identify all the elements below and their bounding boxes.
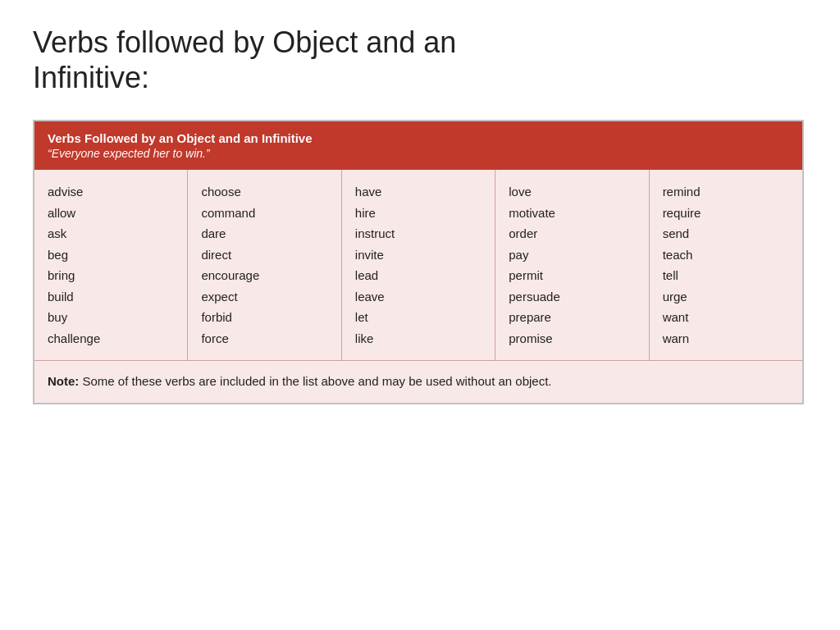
list-item: lead bbox=[355, 265, 482, 286]
list-item: build bbox=[48, 286, 174, 308]
list-item: tell bbox=[663, 265, 789, 286]
list-item: motivate bbox=[509, 203, 635, 224]
list-item: leave bbox=[355, 286, 482, 308]
list-item: urge bbox=[663, 286, 789, 308]
list-item: persuade bbox=[509, 286, 635, 308]
list-item: bring bbox=[48, 265, 174, 286]
table-col-3: lovemotivateorderpaypermitpersuadeprepar… bbox=[495, 170, 649, 360]
list-item: dare bbox=[201, 223, 327, 244]
table-col-1: choosecommanddaredirectencourageexpectfo… bbox=[188, 170, 341, 360]
table-header: Verbs Followed by an Object and an Infin… bbox=[34, 121, 802, 170]
list-item: promise bbox=[509, 328, 635, 349]
list-item: choose bbox=[201, 181, 327, 203]
list-item: allow bbox=[48, 203, 174, 224]
list-item: order bbox=[509, 223, 635, 244]
list-item: send bbox=[663, 223, 789, 244]
list-item: like bbox=[355, 328, 482, 349]
list-item: expect bbox=[201, 286, 327, 308]
list-item: want bbox=[663, 307, 789, 328]
table-header-subtitle: “Everyone expected her to win.” bbox=[48, 147, 789, 160]
list-item: invite bbox=[355, 244, 482, 266]
list-item: remind bbox=[663, 181, 789, 203]
list-item: warn bbox=[663, 328, 789, 349]
list-item: command bbox=[201, 203, 327, 224]
list-item: let bbox=[355, 307, 482, 328]
note-text: Some of these verbs are included in the … bbox=[79, 374, 551, 388]
note-label: Note: bbox=[48, 374, 79, 388]
page-title: Verbs followed by Object and an Infiniti… bbox=[33, 25, 807, 95]
list-item: challenge bbox=[48, 328, 174, 349]
table-col-0: adviseallowaskbegbringbuildbuychallenge bbox=[34, 170, 188, 360]
list-item: direct bbox=[201, 244, 327, 266]
main-table: Verbs Followed by an Object and an Infin… bbox=[33, 120, 804, 404]
list-item: advise bbox=[48, 181, 174, 203]
list-item: teach bbox=[663, 244, 789, 266]
page-container: Verbs followed by Object and an Infiniti… bbox=[0, 0, 840, 630]
table-header-title: Verbs Followed by an Object and an Infin… bbox=[48, 131, 789, 145]
list-item: beg bbox=[48, 244, 174, 266]
list-item: love bbox=[509, 181, 635, 203]
list-item: permit bbox=[509, 265, 635, 286]
list-item: buy bbox=[48, 307, 174, 328]
list-item: pay bbox=[509, 244, 635, 266]
list-item: have bbox=[355, 181, 482, 203]
table-col-2: havehireinstructinviteleadleaveletlike bbox=[342, 170, 495, 360]
list-item: hire bbox=[355, 203, 482, 224]
list-item: force bbox=[201, 328, 327, 349]
table-body: adviseallowaskbegbringbuildbuychallengec… bbox=[34, 170, 802, 360]
list-item: forbid bbox=[201, 307, 327, 328]
list-item: require bbox=[663, 203, 789, 224]
list-item: instruct bbox=[355, 223, 482, 244]
table-footer: Note: Some of these verbs are included i… bbox=[34, 360, 802, 403]
list-item: encourage bbox=[201, 265, 327, 286]
list-item: ask bbox=[48, 223, 174, 244]
table-col-4: remindrequiresendteachtellurgewantwarn bbox=[650, 170, 802, 360]
list-item: prepare bbox=[509, 307, 635, 328]
